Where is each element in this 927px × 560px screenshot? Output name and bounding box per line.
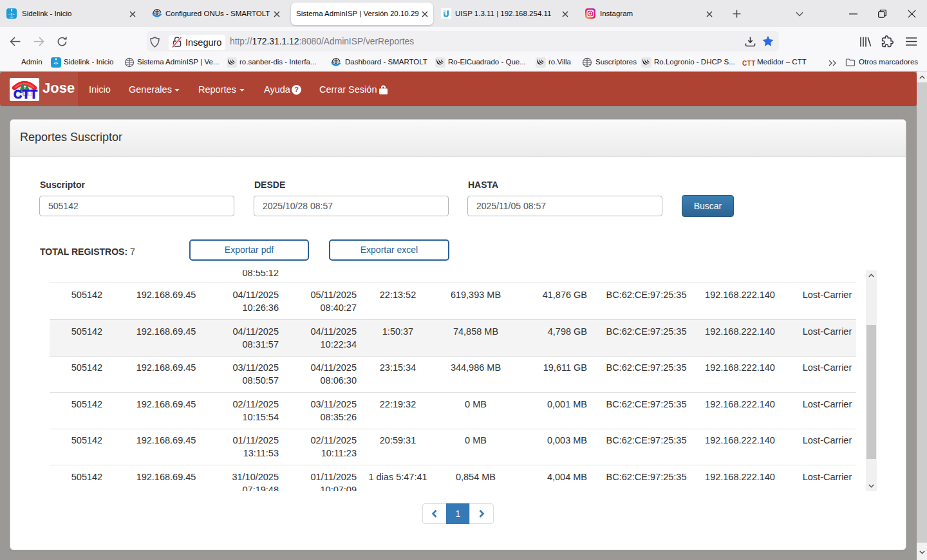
svg-text:CTT: CTT xyxy=(14,88,38,101)
svg-text:?: ? xyxy=(294,86,299,93)
